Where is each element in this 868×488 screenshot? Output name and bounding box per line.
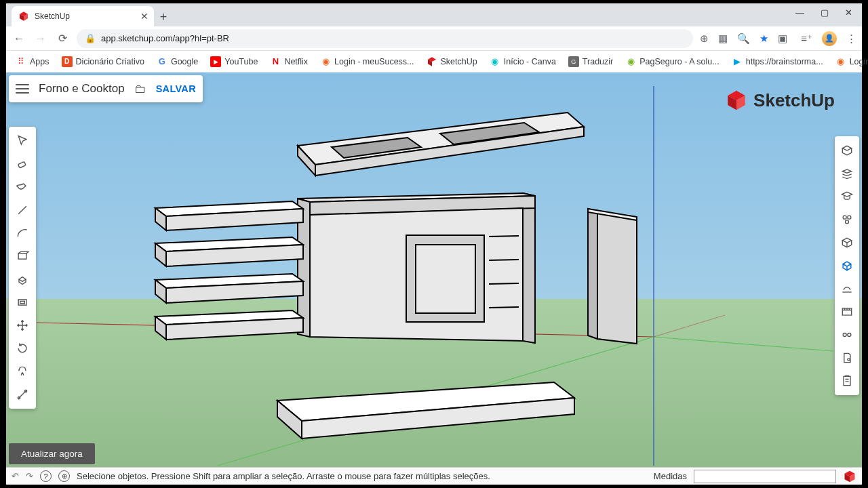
language-icon[interactable]: ⊕	[58, 470, 70, 482]
url-field[interactable]: 🔒 app.sketchup.com/app?hl=pt-BR	[77, 29, 693, 48]
bookmark-item[interactable]: ◉Login - meuSucess...	[316, 54, 418, 69]
rectangle-tool-icon[interactable]	[12, 246, 33, 266]
nav-back-icon[interactable]: ←	[12, 31, 26, 46]
left-toolbar	[9, 127, 36, 409]
scenes-panel-icon[interactable]	[837, 302, 857, 322]
zoom-plus-icon[interactable]: ⊕	[700, 33, 709, 45]
help-icon[interactable]: ?	[40, 470, 52, 482]
svg-rect-39	[18, 161, 26, 168]
undo-icon[interactable]: ↶	[12, 471, 19, 481]
sketchup-mini-icon[interactable]	[843, 470, 856, 483]
offset-tool-icon[interactable]	[12, 292, 33, 312]
save-button[interactable]: SALVAR	[156, 83, 196, 94]
redo-icon[interactable]: ↷	[26, 471, 33, 481]
svg-point-50	[848, 333, 851, 337]
window-minimize-icon[interactable]: —	[795, 7, 804, 18]
status-bar: ↶ ↷ ? ⊕ Selecione objetos. Pressione Shi…	[6, 467, 862, 485]
browser-menu-icon[interactable]: ⋮	[846, 33, 856, 45]
bookmark-icon: ◉	[320, 56, 331, 67]
svg-rect-42	[20, 301, 25, 303]
eraser-tool-icon[interactable]	[12, 154, 33, 174]
sketchup-logo: SketchUp	[725, 89, 835, 112]
bookmark-item[interactable]: GGoogle	[153, 54, 202, 69]
zoom-icon[interactable]: 🔍	[737, 33, 750, 45]
apps-grid-icon: ⠿	[16, 56, 26, 67]
bookmark-item[interactable]: ▶https://brainstorma...	[728, 54, 827, 69]
views-panel-icon[interactable]	[837, 140, 857, 161]
profile-avatar-icon[interactable]: 👤	[822, 31, 837, 46]
layers-panel-icon[interactable]	[837, 163, 857, 184]
bookmark-item[interactable]: ◉Início - Canva	[486, 54, 560, 69]
paint-tool-icon[interactable]	[12, 177, 33, 197]
svg-rect-52	[844, 376, 850, 385]
svg-point-51	[848, 359, 850, 361]
google-icon: G	[157, 56, 167, 67]
svg-point-47	[846, 220, 849, 224]
right-panel-tray	[835, 136, 859, 395]
bookmark-item[interactable]: ◉PagSeguro - A solu...	[621, 54, 723, 69]
bookmark-item[interactable]: NNetflix	[266, 54, 312, 69]
move-tool-icon[interactable]	[12, 315, 33, 336]
svg-point-45	[843, 216, 846, 219]
bookmark-item[interactable]: GTraduzir	[564, 54, 617, 69]
svg-rect-41	[18, 300, 26, 305]
file-title: Forno e Cooktop	[39, 82, 125, 96]
bookmark-label: Google	[171, 57, 198, 66]
components-panel-icon[interactable]	[837, 209, 857, 230]
styles-panel-icon[interactable]	[837, 232, 857, 253]
folder-icon[interactable]: 🗀	[134, 82, 146, 96]
sketchup-cube-icon	[725, 89, 748, 112]
extension-icon[interactable]: ▦	[718, 33, 728, 45]
bookmark-label: Apps	[30, 57, 50, 66]
new-tab-button[interactable]: +	[154, 7, 173, 26]
bookmark-icon: D	[62, 56, 73, 67]
bookmarks-apps[interactable]: ⠿Apps	[12, 54, 54, 69]
shadow-panel-icon[interactable]	[837, 279, 857, 299]
bookmark-star-icon[interactable]: ★	[760, 33, 768, 45]
display-panel-icon[interactable]	[837, 325, 857, 345]
tab-close-icon[interactable]: ✕	[140, 11, 149, 22]
window-close-icon[interactable]: ✕	[845, 7, 852, 18]
bookmark-label: Traduzir	[583, 57, 613, 66]
sketchup-app: Forno e Cooktop 🗀 SALVAR SketchUp	[6, 73, 862, 485]
bookmark-item[interactable]: ▶YouTube	[206, 54, 262, 69]
canva-icon: ◉	[490, 56, 500, 67]
netflix-icon: N	[270, 56, 281, 67]
browser-tab[interactable]: SketchUp ✕	[12, 6, 154, 26]
window-maximize-icon[interactable]: ▢	[821, 7, 829, 18]
lock-icon: 🔒	[85, 33, 96, 43]
update-now-button[interactable]: Atualizar agora	[9, 443, 95, 464]
tape-tool-icon[interactable]	[12, 384, 33, 405]
bookmark-icon: ◉	[625, 56, 636, 67]
nav-forward-icon: →	[33, 31, 48, 46]
svg-rect-40	[18, 253, 26, 259]
nav-reload-icon[interactable]: ⟳	[55, 31, 70, 46]
instructor-panel-icon[interactable]	[837, 186, 857, 207]
bookmark-item[interactable]: SketchUp	[422, 54, 481, 69]
bookmark-label: PagSeguro - A solu...	[639, 57, 719, 66]
bookmark-icon: ◉	[835, 56, 846, 67]
line-tool-icon[interactable]	[12, 200, 33, 220]
rotate-tool-icon[interactable]	[12, 338, 33, 359]
bookmark-icon: ▶	[732, 56, 743, 67]
scale-tool-icon[interactable]	[12, 361, 33, 382]
report-panel-icon[interactable]	[837, 371, 857, 391]
readlist-icon[interactable]: ▣	[778, 33, 787, 45]
menu-icon[interactable]	[16, 84, 29, 94]
arc-tool-icon[interactable]	[12, 223, 33, 243]
pushpull-tool-icon[interactable]	[12, 269, 33, 289]
bookmark-item[interactable]: DDicionário Criativo	[58, 54, 149, 69]
svg-point-46	[848, 216, 851, 219]
entity-panel-icon[interactable]	[837, 348, 857, 368]
bookmark-label: SketchUp	[441, 57, 477, 66]
bookmark-label: YouTube	[224, 57, 258, 66]
readinglist-icon[interactable]: ≡⁺	[801, 33, 812, 45]
measure-input[interactable]	[694, 470, 836, 483]
select-tool-icon[interactable]	[12, 131, 33, 151]
bookmark-item[interactable]: ◉Login	[831, 54, 868, 69]
sketchup-icon	[427, 56, 437, 67]
update-button-label: Atualizar agora	[21, 449, 83, 459]
app-topbar: Forno e Cooktop 🗀 SALVAR	[9, 75, 203, 102]
bookmark-label: Login - meuSucess...	[334, 57, 414, 66]
materials-panel-icon[interactable]	[837, 256, 857, 276]
